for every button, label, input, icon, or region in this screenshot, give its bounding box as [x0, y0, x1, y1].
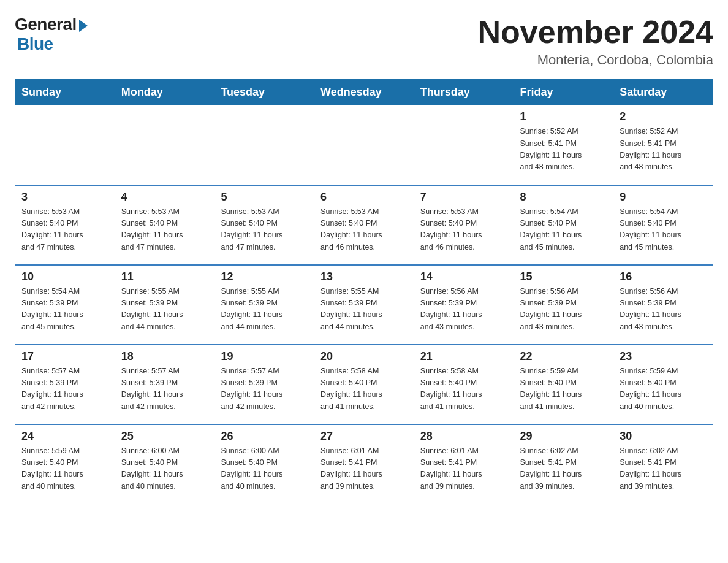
header-cell-sunday: Sunday [15, 80, 115, 105]
day-info: Sunrise: 5:58 AMSunset: 5:40 PMDaylight:… [420, 366, 507, 413]
day-number: 26 [221, 430, 308, 443]
day-cell: 3Sunrise: 5:53 AMSunset: 5:40 PMDaylight… [15, 185, 115, 265]
day-number: 25 [121, 430, 208, 443]
day-cell: 5Sunrise: 5:53 AMSunset: 5:40 PMDaylight… [214, 185, 314, 265]
day-number: 27 [320, 430, 408, 443]
week-row-4: 17Sunrise: 5:57 AMSunset: 5:39 PMDayligh… [15, 345, 713, 424]
calendar-header: SundayMondayTuesdayWednesdayThursdayFrid… [15, 80, 713, 105]
day-cell: 22Sunrise: 5:59 AMSunset: 5:40 PMDayligh… [514, 345, 613, 424]
day-cell: 4Sunrise: 5:53 AMSunset: 5:40 PMDaylight… [115, 185, 214, 265]
day-cell: 21Sunrise: 5:58 AMSunset: 5:40 PMDayligh… [414, 345, 514, 424]
day-number: 8 [520, 191, 607, 204]
day-cell: 28Sunrise: 6:01 AMSunset: 5:41 PMDayligh… [414, 424, 514, 504]
day-number: 12 [221, 270, 308, 283]
location-text: Monteria, Cordoba, Colombia [478, 52, 713, 68]
day-cell: 10Sunrise: 5:54 AMSunset: 5:39 PMDayligh… [15, 265, 115, 345]
day-number: 16 [620, 270, 707, 283]
day-cell: 30Sunrise: 6:02 AMSunset: 5:41 PMDayligh… [613, 424, 713, 504]
day-cell: 14Sunrise: 5:56 AMSunset: 5:39 PMDayligh… [414, 265, 514, 345]
day-number: 15 [520, 270, 607, 283]
day-info: Sunrise: 6:00 AMSunset: 5:40 PMDaylight:… [121, 445, 208, 493]
day-info: Sunrise: 5:57 AMSunset: 5:39 PMDaylight:… [121, 366, 208, 413]
day-info: Sunrise: 5:57 AMSunset: 5:39 PMDaylight:… [221, 366, 308, 413]
day-cell [414, 105, 514, 185]
day-cell: 7Sunrise: 5:53 AMSunset: 5:40 PMDaylight… [414, 185, 514, 265]
day-cell: 29Sunrise: 6:02 AMSunset: 5:41 PMDayligh… [514, 424, 613, 504]
day-number: 10 [21, 270, 108, 283]
month-title: November 2024 [478, 15, 713, 50]
day-number: 17 [21, 350, 108, 363]
day-cell [115, 105, 214, 185]
day-cell: 6Sunrise: 5:53 AMSunset: 5:40 PMDaylight… [314, 185, 414, 265]
day-info: Sunrise: 5:55 AMSunset: 5:39 PMDaylight:… [320, 286, 408, 334]
day-info: Sunrise: 5:53 AMSunset: 5:40 PMDaylight:… [121, 206, 208, 254]
day-info: Sunrise: 5:54 AMSunset: 5:39 PMDaylight:… [21, 286, 108, 334]
day-number: 6 [320, 191, 408, 204]
day-cell [214, 105, 314, 185]
header-cell-friday: Friday [514, 80, 613, 105]
day-number: 22 [520, 350, 607, 363]
day-info: Sunrise: 5:53 AMSunset: 5:40 PMDaylight:… [420, 206, 507, 254]
day-number: 14 [420, 270, 507, 283]
day-number: 2 [620, 110, 707, 123]
day-number: 24 [21, 430, 108, 443]
day-number: 28 [420, 430, 507, 443]
day-cell: 18Sunrise: 5:57 AMSunset: 5:39 PMDayligh… [115, 345, 214, 424]
day-cell: 27Sunrise: 6:01 AMSunset: 5:41 PMDayligh… [314, 424, 414, 504]
day-number: 7 [420, 191, 507, 204]
week-row-1: 1Sunrise: 5:52 AMSunset: 5:41 PMDaylight… [15, 105, 713, 185]
day-info: Sunrise: 5:56 AMSunset: 5:39 PMDaylight:… [620, 286, 707, 334]
week-row-2: 3Sunrise: 5:53 AMSunset: 5:40 PMDaylight… [15, 185, 713, 265]
day-number: 1 [520, 110, 607, 123]
day-info: Sunrise: 5:57 AMSunset: 5:39 PMDaylight:… [21, 366, 108, 413]
title-block: November 2024 Monteria, Cordoba, Colombi… [478, 15, 713, 68]
logo-general-text: General [15, 15, 77, 34]
day-number: 21 [420, 350, 507, 363]
day-cell: 23Sunrise: 5:59 AMSunset: 5:40 PMDayligh… [613, 345, 713, 424]
day-cell: 19Sunrise: 5:57 AMSunset: 5:39 PMDayligh… [214, 345, 314, 424]
calendar-table: SundayMondayTuesdayWednesdayThursdayFrid… [15, 79, 713, 504]
day-info: Sunrise: 5:53 AMSunset: 5:40 PMDaylight:… [221, 206, 308, 254]
day-cell: 9Sunrise: 5:54 AMSunset: 5:40 PMDaylight… [613, 185, 713, 265]
day-info: Sunrise: 6:01 AMSunset: 5:41 PMDaylight:… [320, 445, 408, 493]
week-row-5: 24Sunrise: 5:59 AMSunset: 5:40 PMDayligh… [15, 424, 713, 504]
day-info: Sunrise: 5:58 AMSunset: 5:40 PMDaylight:… [320, 366, 408, 413]
day-cell: 13Sunrise: 5:55 AMSunset: 5:39 PMDayligh… [314, 265, 414, 345]
day-number: 11 [121, 270, 208, 283]
day-info: Sunrise: 5:56 AMSunset: 5:39 PMDaylight:… [520, 286, 607, 334]
day-cell: 12Sunrise: 5:55 AMSunset: 5:39 PMDayligh… [214, 265, 314, 345]
day-cell: 26Sunrise: 6:00 AMSunset: 5:40 PMDayligh… [214, 424, 314, 504]
day-cell: 11Sunrise: 5:55 AMSunset: 5:39 PMDayligh… [115, 265, 214, 345]
day-cell [15, 105, 115, 185]
day-info: Sunrise: 6:02 AMSunset: 5:41 PMDaylight:… [620, 445, 707, 493]
header-cell-saturday: Saturday [613, 80, 713, 105]
day-info: Sunrise: 5:54 AMSunset: 5:40 PMDaylight:… [520, 206, 607, 254]
day-cell: 15Sunrise: 5:56 AMSunset: 5:39 PMDayligh… [514, 265, 613, 345]
day-cell: 17Sunrise: 5:57 AMSunset: 5:39 PMDayligh… [15, 345, 115, 424]
day-number: 18 [121, 350, 208, 363]
day-info: Sunrise: 6:01 AMSunset: 5:41 PMDaylight:… [420, 445, 507, 493]
header-cell-monday: Monday [115, 80, 214, 105]
day-cell: 25Sunrise: 6:00 AMSunset: 5:40 PMDayligh… [115, 424, 214, 504]
day-info: Sunrise: 5:55 AMSunset: 5:39 PMDaylight:… [121, 286, 208, 334]
day-info: Sunrise: 5:56 AMSunset: 5:39 PMDaylight:… [420, 286, 507, 334]
day-info: Sunrise: 5:59 AMSunset: 5:40 PMDaylight:… [620, 366, 707, 413]
day-number: 5 [221, 191, 308, 204]
header-cell-thursday: Thursday [414, 80, 514, 105]
day-info: Sunrise: 5:59 AMSunset: 5:40 PMDaylight:… [520, 366, 607, 413]
day-info: Sunrise: 5:53 AMSunset: 5:40 PMDaylight:… [320, 206, 408, 254]
day-info: Sunrise: 5:54 AMSunset: 5:40 PMDaylight:… [620, 206, 707, 254]
day-cell: 24Sunrise: 5:59 AMSunset: 5:40 PMDayligh… [15, 424, 115, 504]
day-number: 13 [320, 270, 408, 283]
day-number: 4 [121, 191, 208, 204]
day-info: Sunrise: 5:55 AMSunset: 5:39 PMDaylight:… [221, 286, 308, 334]
day-number: 29 [520, 430, 607, 443]
day-info: Sunrise: 5:53 AMSunset: 5:40 PMDaylight:… [21, 206, 108, 254]
day-number: 19 [221, 350, 308, 363]
day-info: Sunrise: 5:59 AMSunset: 5:40 PMDaylight:… [21, 445, 108, 493]
logo: General Blue [15, 15, 88, 54]
header-cell-wednesday: Wednesday [314, 80, 414, 105]
day-info: Sunrise: 6:00 AMSunset: 5:40 PMDaylight:… [221, 445, 308, 493]
logo-arrow-icon [79, 20, 88, 32]
calendar-body: 1Sunrise: 5:52 AMSunset: 5:41 PMDaylight… [15, 105, 713, 504]
